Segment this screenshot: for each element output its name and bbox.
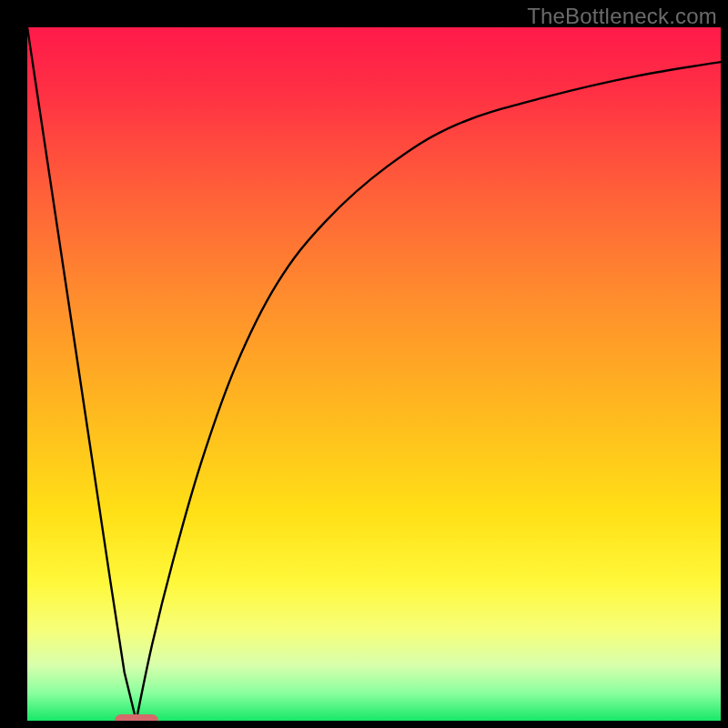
plot-area [27,27,721,721]
curve-left-branch [27,27,136,721]
minimum-marker-pill [115,714,158,721]
chart-frame: TheBottleneck.com [0,0,728,728]
curve-right-branch [136,62,721,721]
watermark-text: TheBottleneck.com [527,4,717,29]
bottleneck-curve [27,27,721,721]
